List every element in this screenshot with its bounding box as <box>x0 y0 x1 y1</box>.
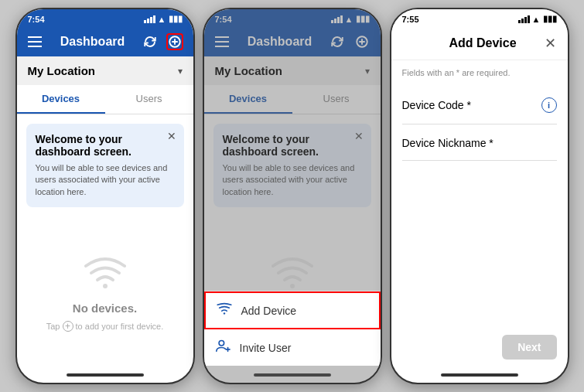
chevron-down-icon-1: ▾ <box>178 66 183 77</box>
popup-invite-user-label: Invite User <box>240 342 292 354</box>
tab-users-1[interactable]: Users <box>105 85 193 114</box>
phone-3: 7:55 ▲ ▮▮▮ Add Device ✕ Fields with an *… <box>390 8 569 384</box>
svg-rect-2 <box>28 46 42 47</box>
tabs-2: Devices Users <box>204 85 381 114</box>
nav-bar-1: Dashboard <box>17 27 193 56</box>
invite-user-icon <box>215 339 231 356</box>
svg-rect-8 <box>215 41 229 43</box>
device-nickname-row: Device Nickname * <box>402 126 557 161</box>
location-text-1: My Location <box>28 64 96 77</box>
refresh-icon-2[interactable] <box>329 33 346 50</box>
device-nickname-label: Device Nickname * <box>402 137 493 149</box>
phone-2: 7:54 ▲ ▮▮▮ Dashboard <box>203 8 382 384</box>
device-code-field: Device Code * i <box>402 87 557 124</box>
wifi-status-icon-3: ▲ <box>532 15 541 24</box>
svg-point-14 <box>223 312 224 314</box>
close-add-device-icon[interactable]: ✕ <box>545 35 556 52</box>
add-device-header: Add Device ✕ <box>391 27 568 60</box>
plus-circle-hint-icon-1: + <box>63 321 73 332</box>
close-welcome-icon-2[interactable]: ✕ <box>354 130 364 142</box>
no-device-wifi-icon-1 <box>82 252 128 294</box>
add-device-icon <box>217 302 232 319</box>
signal-icon-2 <box>331 15 343 23</box>
status-time-1: 7:54 <box>28 15 45 24</box>
required-note: Fields with an * are required. <box>391 60 568 80</box>
signal-icon-1 <box>144 15 155 23</box>
home-bar-line-2 <box>254 373 331 377</box>
add-icon-1[interactable] <box>166 33 183 50</box>
device-code-row: Device Code * i <box>402 87 557 124</box>
device-code-label: Device Code * <box>402 99 472 111</box>
welcome-body-1: You will be able to see devices and user… <box>36 162 175 198</box>
welcome-card-1: ✕ Welcome to your dashboard screen. You … <box>26 124 184 207</box>
popup-add-device-item[interactable]: Add Device <box>204 291 381 329</box>
status-time-2: 7:54 <box>215 15 232 24</box>
phone-1: 7:54 ▲ ▮▮▮ Dashboard <box>15 8 195 384</box>
svg-rect-7 <box>215 36 229 38</box>
svg-point-6 <box>103 284 108 288</box>
popup-add-device-label: Add Device <box>241 305 297 317</box>
svg-rect-9 <box>215 46 229 47</box>
tab-devices-2[interactable]: Devices <box>204 85 292 114</box>
status-time-3: 7:55 <box>402 15 419 24</box>
svg-rect-0 <box>28 36 42 38</box>
add-device-form: Device Code * i Device Nickname * <box>391 80 568 367</box>
device-code-info-icon[interactable]: i <box>541 97 557 113</box>
home-bar-line-1 <box>67 373 144 377</box>
tabs-1: Devices Users <box>17 85 193 114</box>
home-bar-2 <box>204 367 381 383</box>
popup-menu-2: Add Device Invite User <box>204 291 381 366</box>
chevron-down-icon-2: ▾ <box>365 66 370 77</box>
welcome-title-1: Welcome to your dashboard screen. <box>36 133 175 158</box>
refresh-icon-1[interactable] <box>142 33 159 50</box>
nav-action-icons-2 <box>329 33 371 50</box>
menu-icon-1[interactable] <box>26 33 43 50</box>
nav-title-1: Dashboard <box>60 35 125 49</box>
home-bar-1 <box>17 367 193 383</box>
no-devices-area-1: No devices. Tap + to add your first devi… <box>17 216 193 367</box>
tap-hint-1: Tap + to add your first device. <box>46 321 164 332</box>
battery-icon-1: ▮▮▮ <box>169 14 183 24</box>
add-device-title: Add Device <box>449 36 516 50</box>
popup-invite-user-item[interactable]: Invite User <box>204 329 381 366</box>
svg-point-15 <box>219 340 224 346</box>
home-bar-line-3 <box>441 373 518 377</box>
no-devices-label-1: No devices. <box>73 302 137 315</box>
battery-icon-2: ▮▮▮ <box>356 14 370 24</box>
svg-rect-1 <box>28 41 42 43</box>
nav-bar-2: Dashboard <box>204 27 381 56</box>
location-bar-2[interactable]: My Location ▾ <box>204 56 381 85</box>
tab-devices-1[interactable]: Devices <box>17 85 105 114</box>
wifi-status-icon-1: ▲ <box>158 15 166 24</box>
welcome-card-2: ✕ Welcome to your dashboard screen. You … <box>213 124 371 207</box>
status-bar-2: 7:54 ▲ ▮▮▮ <box>204 9 381 27</box>
status-bar-3: 7:55 ▲ ▮▮▮ <box>391 9 568 27</box>
no-device-wifi-icon-2 <box>269 252 316 294</box>
welcome-title-2: Welcome to your dashboard screen. <box>223 133 362 158</box>
add-icon-2[interactable] <box>353 33 371 50</box>
device-nickname-field: Device Nickname * <box>402 126 557 161</box>
home-bar-3 <box>391 367 568 383</box>
welcome-body-2: You will be able to see devices and user… <box>223 162 362 198</box>
location-bar-1[interactable]: My Location ▾ <box>17 56 193 85</box>
status-icons-1: ▲ ▮▮▮ <box>144 14 183 24</box>
nav-title-2: Dashboard <box>248 35 312 49</box>
svg-point-13 <box>290 284 295 288</box>
status-icons-3: ▲ ▮▮▮ <box>518 14 557 24</box>
status-bar-1: 7:54 ▲ ▮▮▮ <box>17 9 193 27</box>
wifi-status-icon-2: ▲ <box>345 15 353 24</box>
signal-icon-3 <box>518 15 530 23</box>
menu-icon-2[interactable] <box>213 33 231 50</box>
next-button[interactable]: Next <box>502 335 556 360</box>
close-welcome-icon-1[interactable]: ✕ <box>167 130 176 142</box>
tab-users-2[interactable]: Users <box>292 85 381 114</box>
location-text-2: My Location <box>215 64 283 77</box>
nav-action-icons-1 <box>142 33 183 50</box>
status-icons-2: ▲ ▮▮▮ <box>331 14 370 24</box>
battery-icon-3: ▮▮▮ <box>543 14 557 24</box>
